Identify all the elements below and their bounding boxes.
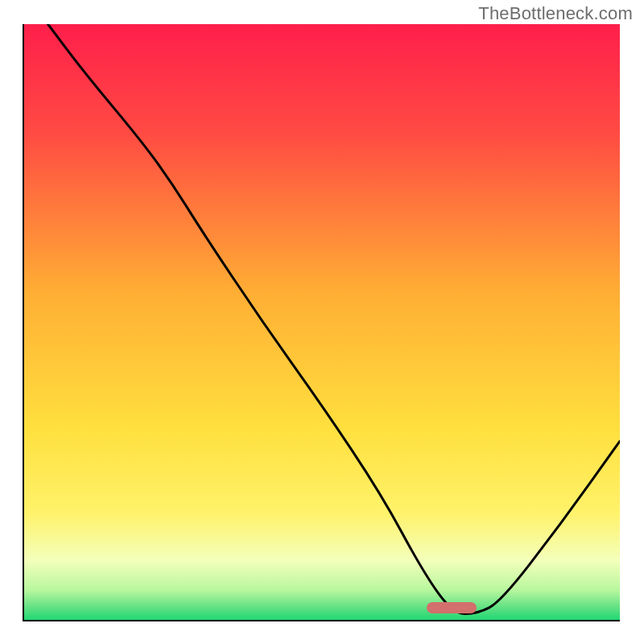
gradient-background [24,24,620,620]
y-axis [23,24,24,621]
plot-area [24,24,620,620]
x-axis [24,620,620,621]
svg-rect-0 [24,24,620,620]
optimal-range-marker [427,602,477,613]
watermark-text: TheBottleneck.com [478,3,633,24]
